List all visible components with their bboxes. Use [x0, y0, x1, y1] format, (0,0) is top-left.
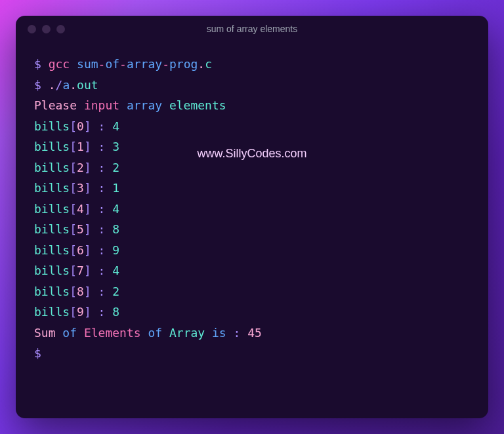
array-index: 6	[77, 243, 84, 257]
array-entry: bills[4] : 4	[34, 199, 470, 220]
prompt-symbol: $	[34, 78, 41, 92]
array-index: 5	[77, 222, 84, 236]
array-entry: bills[0] : 4	[34, 116, 470, 137]
array-entry: bills[9] : 8	[34, 302, 470, 323]
command-gcc: gcc	[49, 57, 70, 71]
array-index: 8	[77, 285, 84, 298]
array-index: 0	[77, 119, 84, 133]
array-entry: bills[8] : 2	[34, 281, 470, 302]
titlebar: sum of array elements	[16, 16, 488, 42]
array-name: bills	[34, 222, 70, 236]
command-line: $ ./a.out	[34, 75, 470, 96]
array-name: bills	[34, 243, 70, 257]
array-entry: bills[2] : 2	[34, 157, 470, 178]
array-value: 3	[112, 140, 119, 153]
prompt-symbol: $	[34, 346, 41, 360]
array-index: 1	[77, 140, 84, 153]
array-entries: bills[0] : 4bills[1] : 3bills[2] : 2bill…	[34, 116, 470, 323]
array-entry: bills[3] : 1	[34, 178, 470, 199]
array-entry: bills[6] : 9	[34, 240, 470, 261]
file-part: sum	[77, 57, 98, 71]
window-title: sum of array elements	[16, 24, 488, 34]
array-name: bills	[34, 202, 70, 216]
command-line: $ gcc sum-of-array-prog.c	[34, 54, 470, 75]
array-name: bills	[34, 264, 70, 277]
array-value: 1	[112, 181, 119, 195]
array-index: 3	[77, 181, 84, 195]
array-value: 4	[112, 264, 119, 277]
array-index: 7	[77, 264, 84, 277]
array-value: 8	[112, 305, 119, 319]
array-value: 2	[112, 161, 119, 174]
array-value: 4	[112, 119, 119, 133]
array-value: 9	[112, 243, 119, 257]
array-index: 2	[77, 161, 84, 174]
array-name: bills	[34, 119, 70, 133]
array-entry: bills[1] : 3	[34, 136, 470, 157]
terminal-window: sum of array elements www.SillyCodes.com…	[16, 16, 488, 418]
array-value: 4	[112, 202, 119, 216]
prompt-symbol: $	[34, 57, 41, 71]
array-name: bills	[34, 285, 70, 298]
array-entry: bills[5] : 8	[34, 219, 470, 240]
sum-value: 45	[247, 326, 262, 340]
terminal-body[interactable]: www.SillyCodes.com $ gcc sum-of-array-pr…	[16, 42, 488, 418]
array-entry: bills[7] : 4	[34, 260, 470, 281]
array-index: 4	[77, 202, 84, 216]
array-index: 9	[77, 305, 84, 319]
array-name: bills	[34, 181, 70, 195]
empty-prompt: $	[34, 343, 470, 364]
array-name: bills	[34, 140, 70, 153]
array-name: bills	[34, 161, 70, 174]
result-line: Sum of Elements of Array is : 45	[34, 323, 470, 344]
array-name: bills	[34, 305, 70, 319]
input-prompt-line: Please input array elements	[34, 95, 470, 116]
array-value: 8	[112, 222, 119, 236]
array-value: 2	[112, 285, 119, 298]
